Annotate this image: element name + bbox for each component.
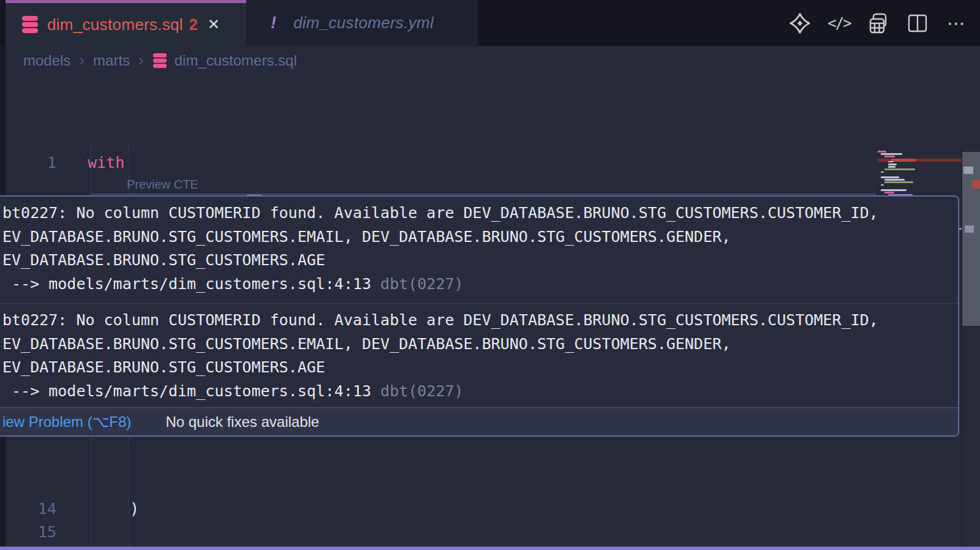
diagnostic-source: dbt(0227) (371, 275, 464, 293)
minimap-code-row (881, 153, 902, 155)
minimap-code-row (881, 184, 884, 186)
code-line-15[interactable]: 15 (0, 520, 980, 544)
tab-dim-customers-sql[interactable]: dim_customers.sql 2 ✕ (6, 0, 246, 46)
code-text: with (88, 151, 124, 175)
code-line-14[interactable]: 14) (0, 497, 980, 521)
editor-toolbar: </> ⋯ (788, 0, 969, 46)
breadcrumb-item-file[interactable]: dim_customers.sql (175, 52, 297, 69)
minimap-code-row (888, 161, 894, 163)
minimap-code-row (881, 176, 899, 178)
dbt-preview-icon[interactable] (788, 11, 812, 36)
view-problem-link[interactable]: iew Problem (⌥F8) (2, 413, 131, 431)
database-icon (153, 53, 167, 69)
compile-code-icon[interactable]: </> (827, 11, 851, 36)
popup-footer: iew Problem (⌥F8) No quick fixes availab… (0, 407, 958, 435)
minimap-code-row (884, 192, 894, 194)
diagnostic-source: dbt(0227) (371, 382, 464, 400)
overview-error-mark (972, 180, 980, 189)
minimap-code-row (888, 164, 897, 165)
diagnostic-message: bt0227: No column CUSTOMERID found. Avai… (0, 303, 958, 410)
code-text: ) (130, 497, 139, 521)
minimap-code-row (884, 168, 915, 170)
overview-mark (963, 167, 973, 174)
breadcrumb-item-marts[interactable]: marts (93, 52, 130, 69)
breadcrumb: models › marts › dim_customers.sql (0, 46, 980, 75)
warning-marker-icon: ! (271, 13, 276, 32)
minimap-code-row (881, 189, 907, 191)
line-number: 15 (0, 520, 56, 544)
tab-label: dim_customers.yml (293, 13, 434, 32)
minimap-code-row (881, 171, 884, 173)
tab-dim-customers-yml[interactable]: ! dim_customers.yml (246, 0, 478, 46)
bottom-accent-bar (0, 546, 980, 550)
no-quick-fixes-label: No quick fixes available (165, 413, 319, 431)
editor-window: dim_customers.sql 2 ✕ ! dim_customers.ym… (0, 0, 980, 550)
breadcrumb-item-models[interactable]: models (23, 52, 70, 69)
chevron-right-icon: › (138, 51, 144, 70)
database-icon (21, 15, 39, 34)
minimap-code-row (884, 181, 913, 183)
problem-count-badge: 2 (189, 16, 198, 34)
scrollbar-thumb[interactable] (962, 152, 980, 326)
split-editor-icon[interactable] (905, 11, 930, 36)
diagnostic-message: bt0227: No column CUSTOMERID found. Avai… (0, 197, 958, 303)
tab-bar: dim_customers.sql 2 ✕ ! dim_customers.ym… (0, 0, 980, 46)
chevron-right-icon: › (79, 51, 85, 70)
line-number: 1 (0, 151, 56, 175)
copy-table-icon[interactable] (866, 11, 891, 36)
minimap-code-row (884, 179, 905, 181)
minimap-code-row (884, 156, 895, 157)
close-icon[interactable]: ✕ (208, 16, 220, 33)
overview-mark (965, 225, 974, 233)
code-line-1[interactable]: 1with (0, 151, 980, 175)
minimap-code-row (878, 151, 886, 153)
error-hover-popup: bt0227: No column CUSTOMERID found. Avai… (0, 195, 959, 437)
line-number: 14 (0, 497, 56, 521)
more-actions-icon[interactable]: ⋯ (944, 11, 969, 36)
codelens-preview-cte[interactable]: Preview CTE (127, 176, 198, 192)
minimap-code-row (888, 166, 895, 168)
scrollbar[interactable] (962, 149, 980, 550)
tab-label: dim_customers.sql (47, 15, 183, 34)
